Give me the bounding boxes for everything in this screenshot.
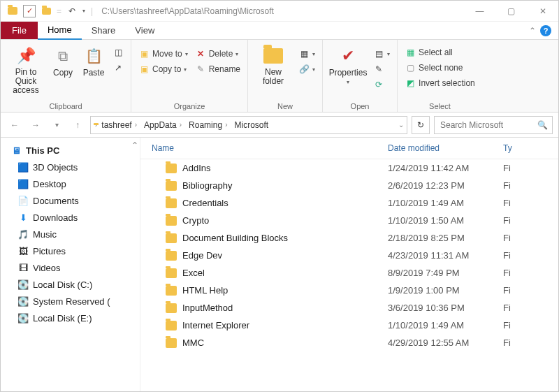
- edit-button[interactable]: ✎: [370, 62, 393, 76]
- sidebar-item[interactable]: 🎞Videos: [1, 259, 140, 276]
- undo-icon[interactable]: ↶: [66, 5, 78, 17]
- open-button[interactable]: ▤▾: [370, 47, 393, 61]
- invert-selection-button[interactable]: ◩ Invert selection: [402, 76, 478, 90]
- sidebar-item[interactable]: 🖼Pictures: [1, 242, 140, 259]
- table-row[interactable]: MMC4/29/2019 12:55 AMFi: [140, 334, 558, 351]
- new-folder-button[interactable]: New folder: [252, 43, 294, 89]
- collapse-ribbon-icon[interactable]: ⌃: [529, 26, 536, 36]
- cell-type: Fi: [500, 285, 528, 296]
- move-to-button[interactable]: ▣ Move to ▾: [136, 47, 191, 61]
- search-icon[interactable]: 🔍: [537, 120, 548, 130]
- move-label: Move to: [152, 49, 182, 59]
- chevron-right-icon[interactable]: ›: [180, 121, 182, 129]
- address-dropdown-icon[interactable]: ⌄: [398, 121, 404, 129]
- folder-icon: [166, 303, 177, 313]
- table-row[interactable]: Edge Dev4/23/2019 11:31 AMFi: [140, 247, 558, 264]
- maximize-button[interactable]: ▢: [495, 1, 527, 22]
- sidebar-item[interactable]: 💽Local Disk (C:): [1, 276, 140, 293]
- properties-button[interactable]: ✔ Properties ▾: [327, 43, 369, 88]
- checkbox-icon[interactable]: ✓: [23, 5, 36, 17]
- table-row[interactable]: Crypto1/10/2019 1:50 AMFi: [140, 212, 558, 229]
- cell-date: 3/6/2019 10:36 PM: [385, 303, 500, 313]
- scroll-up-icon[interactable]: ⌃: [131, 140, 138, 150]
- tab-share[interactable]: Share: [82, 22, 126, 39]
- close-button[interactable]: ✕: [527, 1, 558, 22]
- table-row[interactable]: Document Building Blocks2/18/2019 8:25 P…: [140, 229, 558, 247]
- column-name[interactable]: Name: [140, 138, 385, 159]
- file-name: MMC: [182, 337, 204, 348]
- file-name: InputMethod: [182, 303, 233, 313]
- select-none-button[interactable]: ▢ Select none: [402, 61, 478, 75]
- group-organize-title: Organize: [174, 101, 205, 110]
- sidebar-item[interactable]: 🎵Music: [1, 226, 140, 242]
- copy-path-button[interactable]: ◫: [110, 45, 126, 59]
- table-row[interactable]: Bibliography2/6/2019 12:23 PMFi: [140, 177, 558, 194]
- sidebar-item[interactable]: 💽System Reserved (: [1, 293, 140, 310]
- pin-icon: 📌: [15, 45, 36, 66]
- history-button[interactable]: ⟳: [370, 78, 393, 92]
- sidebar-item[interactable]: 💽Local Disk (E:): [1, 310, 140, 326]
- copy-to-button[interactable]: ▣ Copy to ▾: [136, 62, 191, 76]
- group-organize: ▣ Move to ▾ ▣ Copy to ▾ ✕ Delete ▾ ✎: [131, 40, 248, 112]
- column-headers: Name Date modified Ty: [140, 138, 558, 159]
- cell-name: InputMethod: [140, 303, 385, 313]
- refresh-button[interactable]: ↻: [412, 116, 430, 134]
- help-icon[interactable]: ?: [540, 25, 551, 36]
- rename-button[interactable]: ✎ Rename: [192, 62, 243, 76]
- table-row[interactable]: HTML Help1/9/2019 1:00 PMFi: [140, 282, 558, 299]
- file-name: Excel: [182, 268, 205, 278]
- sidebar-item[interactable]: 🟦3D Objects: [1, 159, 140, 175]
- minimize-button[interactable]: —: [464, 1, 495, 22]
- table-row[interactable]: Excel8/9/2019 7:49 PMFi: [140, 264, 558, 282]
- address-bar[interactable]: › tashreef› AppData› Roaming› Microsoft …: [90, 116, 407, 134]
- crumb-1[interactable]: AppData›: [141, 120, 184, 130]
- select-all-button[interactable]: ▦ Select all: [402, 45, 478, 59]
- sidebar-item[interactable]: 📄Documents: [1, 192, 140, 209]
- search-input[interactable]: [439, 119, 523, 131]
- crumb-2[interactable]: Roaming›: [186, 120, 230, 130]
- cell-name: Excel: [140, 268, 385, 278]
- folder-small-icon[interactable]: [40, 5, 52, 17]
- column-type[interactable]: Ty: [500, 138, 528, 159]
- tab-file[interactable]: File: [1, 22, 38, 39]
- pin-to-quick-access-button[interactable]: 📌 Pin to Quick access: [5, 43, 47, 99]
- cell-name: Internet Explorer: [140, 320, 385, 331]
- chevron-down-icon: ▾: [235, 51, 238, 57]
- tab-home[interactable]: Home: [38, 21, 82, 40]
- sidebar-header-this-pc[interactable]: 🖥 This PC: [1, 142, 140, 159]
- delete-button[interactable]: ✕ Delete ▾: [192, 47, 243, 61]
- paste-label: Paste: [83, 68, 105, 78]
- new-item-button[interactable]: ▦▾: [296, 47, 318, 61]
- chevron-right-icon[interactable]: ›: [135, 121, 137, 129]
- search-box[interactable]: 🔍: [434, 116, 553, 134]
- crumb-3[interactable]: Microsoft: [231, 120, 271, 130]
- copy-button[interactable]: ⧉ Copy: [48, 43, 78, 80]
- paste-button[interactable]: 📋 Paste: [79, 43, 108, 80]
- qat-dropdown-icon[interactable]: ▾: [82, 8, 85, 14]
- table-row[interactable]: InputMethod3/6/2019 10:36 PMFi: [140, 299, 558, 317]
- cell-date: 4/29/2019 12:55 AM: [385, 337, 500, 348]
- easy-access-button[interactable]: 🔗▾: [296, 62, 318, 76]
- crumb-0[interactable]: tashreef›: [99, 120, 140, 130]
- sidebar-item[interactable]: 🟦Desktop: [1, 175, 140, 192]
- table-row[interactable]: AddIns1/24/2019 11:42 AMFi: [140, 159, 558, 177]
- group-new-title: New: [277, 101, 293, 110]
- paste-shortcut-button[interactable]: ↗: [110, 61, 126, 75]
- back-button[interactable]: ←: [6, 117, 23, 133]
- table-row[interactable]: Credentials1/10/2019 1:49 AMFi: [140, 194, 558, 212]
- forward-button[interactable]: →: [27, 117, 44, 133]
- group-clipboard-title: Clipboard: [49, 101, 82, 110]
- column-date[interactable]: Date modified: [385, 138, 500, 159]
- recent-locations-button[interactable]: ▾: [48, 117, 65, 133]
- folder-icon: [166, 164, 177, 173]
- folder-icon: [166, 251, 177, 261]
- open-icon: ▤: [373, 48, 384, 59]
- chevron-right-icon[interactable]: ›: [225, 121, 227, 129]
- up-button[interactable]: ↑: [69, 117, 86, 133]
- table-row[interactable]: Internet Explorer1/10/2019 1:49 AMFi: [140, 317, 558, 334]
- tab-view[interactable]: View: [125, 22, 164, 39]
- chevron-right-icon[interactable]: ›: [95, 121, 97, 129]
- cell-type: Fi: [500, 233, 528, 243]
- sidebar-item[interactable]: ⬇Downloads: [1, 209, 140, 226]
- file-name: HTML Help: [182, 285, 228, 296]
